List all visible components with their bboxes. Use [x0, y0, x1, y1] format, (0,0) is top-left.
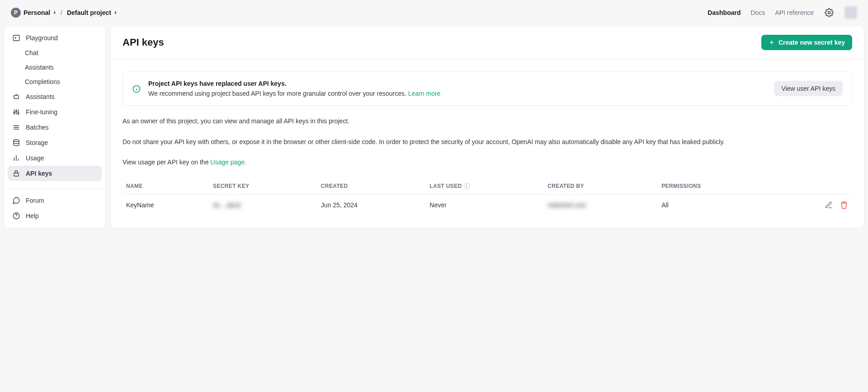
project-name: Default project [67, 9, 111, 16]
help-icon [12, 212, 20, 220]
svg-rect-7 [14, 173, 19, 176]
view-user-api-keys-button[interactable]: View user API keys [774, 81, 843, 96]
sidebar-item-label: Help [26, 212, 39, 219]
main-panel: API keys Create new secret key Project A… [110, 25, 864, 229]
sidebar-item-label: API keys [26, 170, 52, 177]
page-title: API keys [123, 37, 164, 48]
description-paragraph-1: As an owner of this project, you can vie… [123, 117, 852, 126]
th-created: CREATED [317, 178, 426, 194]
settings-button[interactable] [824, 7, 835, 18]
sidebar-item-label: Batches [26, 124, 49, 131]
sidebar-item-fine-tuning[interactable]: Fine-tuning [8, 104, 102, 120]
org-selector[interactable]: P Personal ▲▼ [11, 8, 56, 18]
page-header: API keys Create new secret key [111, 26, 864, 60]
th-permissions: PERMISSIONS [658, 178, 774, 194]
sidebar-item-completions[interactable]: Completions [8, 75, 102, 89]
sidebar-item-label: Completions [25, 78, 60, 85]
api-keys-table: NAME SECRET KEY CREATED LAST USED i CREA… [123, 178, 852, 216]
description-paragraph-3: View usage per API key on the Usage page… [123, 158, 852, 168]
th-actions [774, 178, 852, 194]
sidebar: Playground Chat Assistants Completions A… [4, 25, 106, 229]
cell-created-by: redacted user [544, 194, 658, 216]
project-selector[interactable]: Default project ▲▼ [67, 9, 117, 16]
cell-actions [774, 194, 852, 216]
banner-subtitle: We recommend using project based API key… [148, 90, 767, 97]
sidebar-item-forum[interactable]: Forum [8, 193, 102, 208]
breadcrumb: P Personal ▲▼ / Default project ▲▼ [11, 8, 117, 18]
user-avatar[interactable] [844, 6, 857, 19]
sidebar-item-label: Usage [26, 154, 44, 162]
banner-subtitle-text: We recommend using project based API key… [148, 90, 408, 97]
banner-title: Project API keys have replaced user API … [148, 80, 767, 87]
top-nav: Dashboard Docs API reference [708, 6, 857, 19]
svg-rect-2 [14, 95, 19, 99]
trash-icon [840, 201, 848, 209]
sidebar-item-label: Chat [25, 49, 38, 56]
topbar: P Personal ▲▼ / Default project ▲▼ Dashb… [0, 0, 868, 25]
info-icon [132, 84, 141, 93]
sidebar-item-label: Playground [26, 34, 58, 42]
info-icon[interactable]: i [464, 183, 470, 189]
plus-icon [769, 39, 775, 46]
usage-icon [12, 154, 20, 162]
cell-last-used: Never [426, 194, 544, 216]
create-secret-key-button[interactable]: Create new secret key [761, 35, 852, 50]
assistants-icon [12, 93, 20, 101]
sidebar-item-api-keys[interactable]: API keys [8, 166, 102, 181]
th-last-used: LAST USED i [426, 178, 544, 194]
forum-icon [12, 196, 20, 205]
sidebar-item-assistants-sub[interactable]: Assistants [8, 60, 102, 75]
org-badge: P [11, 8, 21, 18]
button-label: Create new secret key [778, 39, 845, 46]
sidebar-item-label: Assistants [26, 93, 55, 100]
edit-icon [825, 201, 833, 209]
svg-point-0 [828, 12, 830, 14]
cell-name: KeyName [123, 194, 209, 216]
nav-link-dashboard[interactable]: Dashboard [708, 9, 741, 16]
batches-icon [12, 123, 20, 131]
sidebar-item-label: Assistants [25, 64, 54, 71]
para3-post: . [245, 159, 246, 166]
lock-icon [12, 169, 20, 177]
svg-point-3 [14, 112, 15, 113]
svg-point-5 [18, 113, 19, 114]
info-banner: Project API keys have replaced user API … [123, 71, 852, 106]
svg-point-4 [16, 111, 17, 112]
th-secret: SECRET KEY [209, 178, 317, 194]
sidebar-item-storage[interactable]: Storage [8, 135, 102, 150]
sidebar-item-label: Forum [26, 197, 44, 204]
gear-icon [825, 8, 834, 17]
nav-link-docs[interactable]: Docs [750, 9, 765, 16]
cell-permissions: All [658, 194, 774, 216]
sidebar-item-label: Fine-tuning [26, 108, 57, 116]
selector-chevron-icon: ▲▼ [114, 11, 117, 14]
delete-key-button[interactable] [840, 201, 849, 210]
sidebar-item-help[interactable]: Help [8, 208, 102, 224]
breadcrumb-separator: / [61, 9, 62, 16]
svg-point-6 [14, 140, 19, 142]
usage-page-link[interactable]: Usage page [210, 159, 245, 166]
sidebar-item-playground[interactable]: Playground [8, 30, 102, 46]
th-last-used-label: LAST USED [429, 183, 462, 189]
playground-icon [12, 34, 20, 42]
learn-more-link[interactable]: Learn more [408, 90, 441, 97]
edit-key-button[interactable] [824, 201, 833, 210]
cell-secret: sk-...abcd [209, 194, 317, 216]
sidebar-item-assistants[interactable]: Assistants [8, 89, 102, 104]
description-paragraph-2: Do not share your API key with others, o… [123, 137, 852, 147]
para3-pre: View usage per API key on the [123, 159, 210, 166]
selector-chevron-icon: ▲▼ [53, 11, 56, 14]
table-row: KeyName sk-...abcd Jun 25, 2024 Never re… [123, 194, 852, 216]
fine-tuning-icon [12, 108, 20, 116]
th-name: NAME [123, 178, 209, 194]
cell-created: Jun 25, 2024 [317, 194, 426, 216]
org-name: Personal [24, 9, 50, 16]
sidebar-item-batches[interactable]: Batches [8, 120, 102, 135]
storage-icon [12, 139, 20, 147]
sidebar-item-usage[interactable]: Usage [8, 150, 102, 166]
sidebar-item-label: Storage [26, 139, 48, 146]
sidebar-item-chat[interactable]: Chat [8, 46, 102, 60]
th-created-by: CREATED BY [544, 178, 658, 194]
nav-link-api-reference[interactable]: API reference [775, 9, 814, 16]
